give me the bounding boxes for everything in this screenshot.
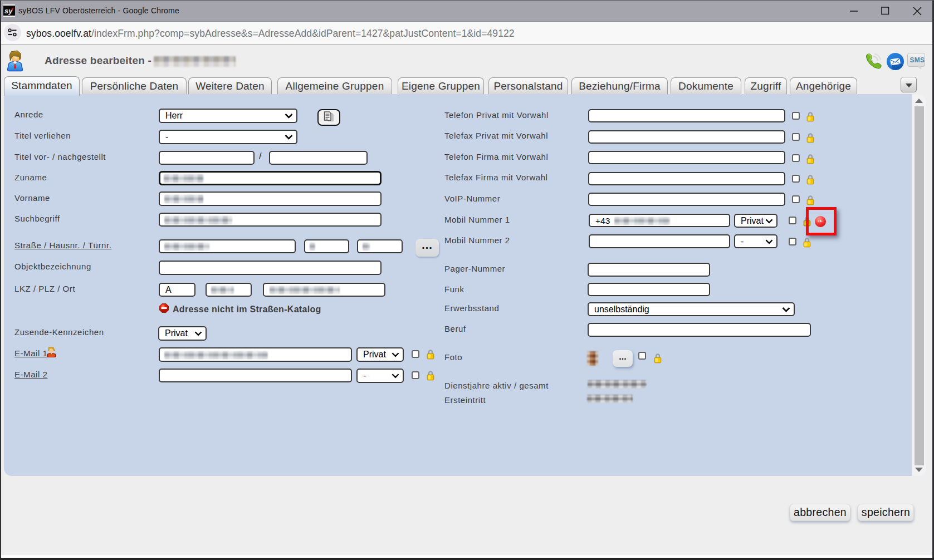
svg-text:sy: sy (4, 7, 13, 15)
svg-text:SMS: SMS (910, 56, 925, 64)
